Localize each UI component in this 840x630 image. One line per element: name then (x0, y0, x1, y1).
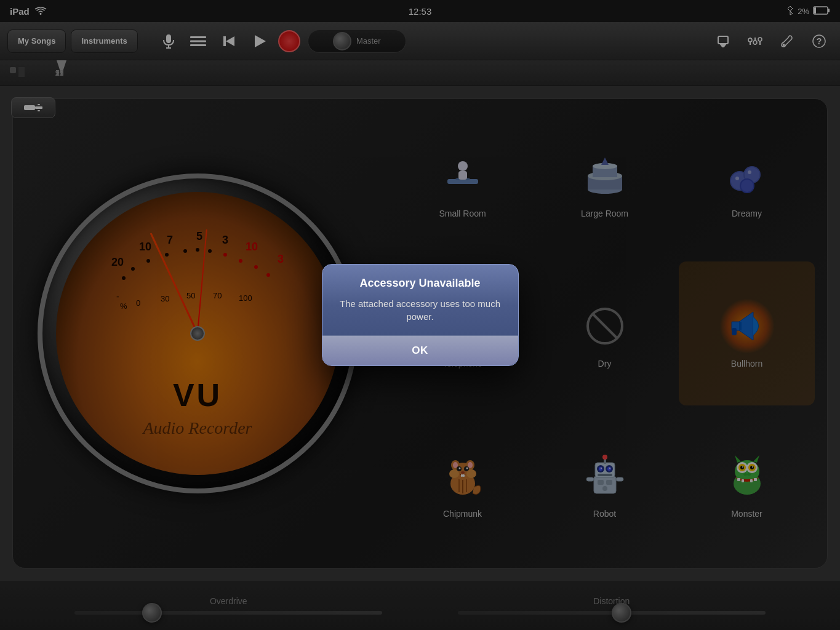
dialog-overlay: Accessory Unavailable The attached acces… (0, 0, 840, 630)
accessory-dialog: Accessory Unavailable The attached acces… (322, 264, 519, 366)
dialog-button-area: OK (322, 335, 518, 365)
dialog-message: The attached accessory uses too much pow… (322, 295, 518, 335)
dialog-ok-button[interactable]: OK (322, 336, 518, 365)
dialog-title: Accessory Unavailable (322, 265, 518, 295)
